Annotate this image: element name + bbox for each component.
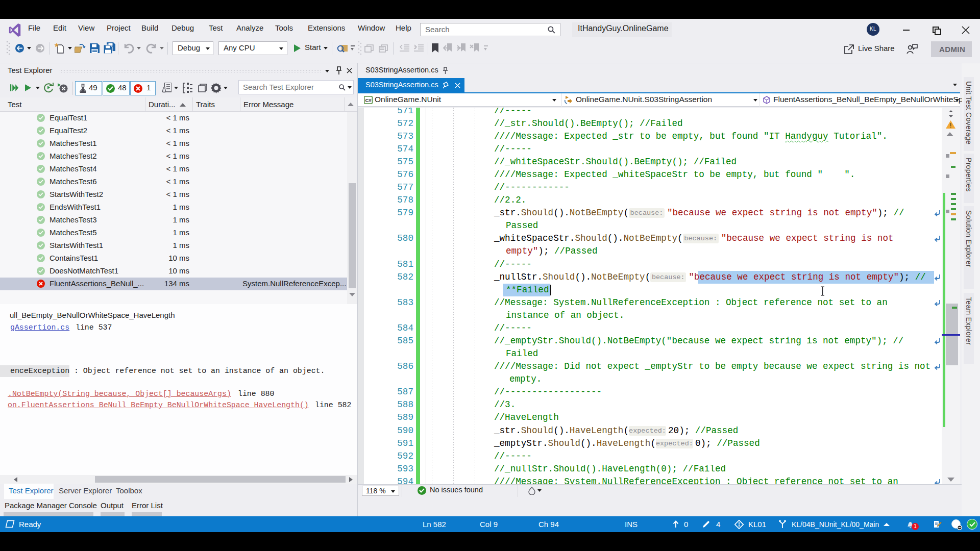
svg-text:C#: C#: [365, 97, 372, 103]
svg-text:2: 2: [414, 45, 416, 50]
